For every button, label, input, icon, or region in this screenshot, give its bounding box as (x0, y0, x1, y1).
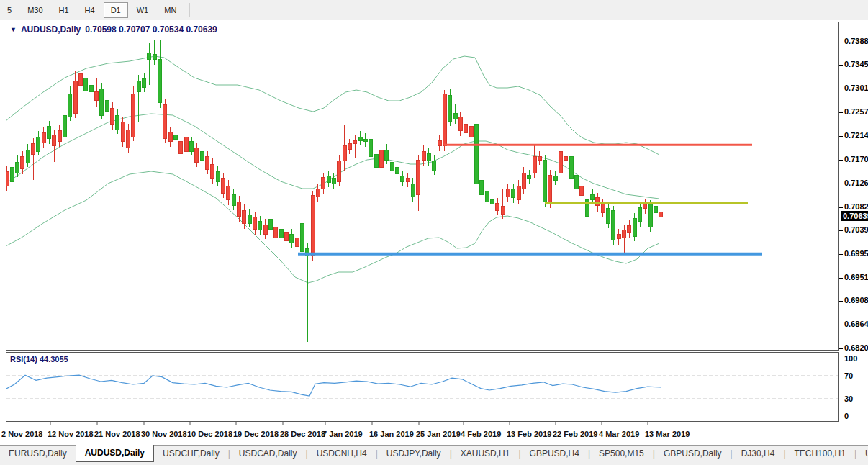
candle (638, 207, 642, 222)
tab-usdcnh-h4[interactable]: USDCNH,H4 (308, 446, 376, 463)
date-label: 12 Nov 2018 (48, 430, 94, 438)
price-tick (839, 325, 843, 325)
timeframe-button-d1[interactable]: D1 (104, 2, 128, 18)
price-tick-label: 0.71260 (844, 179, 868, 187)
candle (121, 122, 125, 142)
timeframe-toolbar: 5M30H1H4D1W1MN (0, 0, 868, 20)
candle (279, 229, 283, 238)
timeframe-button-w1[interactable]: W1 (130, 2, 156, 18)
candle (363, 139, 367, 142)
timeframe-button-mn[interactable]: MN (157, 2, 184, 18)
candle (469, 126, 473, 137)
candle (458, 117, 462, 131)
candle (148, 53, 151, 60)
tab-audusd-daily[interactable]: AUDUSD,Daily (76, 445, 154, 462)
candle (533, 157, 536, 173)
rsi-tick-label: 70 (844, 371, 853, 380)
candle (232, 194, 235, 205)
tab-ukc[interactable]: UKC (856, 446, 868, 463)
candle (300, 223, 304, 252)
candle (68, 94, 72, 117)
tab-dj30-h4[interactable]: DJ30,H4 (733, 446, 784, 463)
price-tick-label: 0.73880 (844, 37, 868, 45)
date-axis[interactable]: 2 Nov 201812 Nov 201821 Nov 201830 Nov 2… (0, 430, 868, 441)
candle (374, 155, 378, 167)
tab-usdchf-daily[interactable]: USDCHF,Daily (154, 446, 228, 463)
price-tick (839, 89, 843, 89)
date-label: 4 Feb 2019 (461, 430, 501, 438)
price-tick-label: 0.69080 (844, 296, 868, 304)
tab-usdjpy-daily[interactable]: USDJPY,Daily (378, 446, 450, 463)
candle (548, 175, 552, 203)
chart-title: ▼ AUDUSD,Daily 0.70598 0.70707 0.70534 0… (10, 24, 217, 35)
candle (263, 225, 267, 234)
tab-tech100-h1[interactable]: TECH100,H1 (786, 446, 854, 463)
candle (84, 78, 88, 91)
candle (53, 135, 56, 145)
rsi-indicator-label: RSI(14) 44.3055 (10, 355, 68, 364)
candle (501, 207, 505, 215)
candle (464, 125, 468, 133)
candle (137, 81, 140, 92)
date-label: 13 Mar 2019 (645, 430, 690, 438)
timeframe-button-5[interactable]: 5 (0, 2, 19, 18)
price-tick-label: 0.72140 (844, 131, 868, 140)
date-label: 25 Jan 2019 (416, 430, 461, 438)
price-tick (839, 42, 843, 42)
candle (480, 180, 484, 194)
candle (95, 91, 99, 101)
candle (395, 167, 399, 174)
candle (295, 238, 299, 246)
candle (311, 196, 315, 256)
candle (648, 203, 652, 227)
candle (443, 94, 446, 146)
timeframe-button-h4[interactable]: H4 (78, 2, 102, 18)
candle (612, 211, 615, 240)
symbol-dropdown-icon: ▼ (10, 26, 17, 33)
candle (474, 124, 478, 184)
tab-gbpusd-h4[interactable]: GBPUSD,H4 (521, 446, 588, 463)
timeframe-button-h1[interactable]: H1 (52, 2, 76, 18)
tab-xauusd-h1[interactable]: XAUUSD,H1 (452, 446, 519, 463)
candle (316, 189, 320, 197)
price-axis[interactable]: 0.70639 0.738800.734500.730100.725700.72… (839, 22, 868, 443)
tab-gbpusd-daily[interactable]: GBPUSD,Daily (655, 446, 731, 463)
candle (163, 104, 167, 138)
tab-sp500-m15[interactable]: SP500,M15 (590, 446, 653, 463)
price-tick (839, 230, 843, 231)
candle (284, 232, 288, 241)
price-tick (839, 348, 843, 349)
candle (26, 150, 30, 163)
candle (73, 81, 77, 114)
date-label: 7 Jan 2019 (322, 430, 363, 438)
candle (406, 179, 410, 182)
tab-eurusd-daily[interactable]: EURUSD,Daily (0, 446, 76, 463)
date-label: 13 Feb 2019 (507, 430, 551, 438)
candle (116, 115, 119, 130)
candle (633, 218, 636, 236)
candle (216, 171, 220, 181)
candle (553, 176, 557, 180)
candle (517, 186, 520, 199)
candle (528, 175, 531, 179)
candle (617, 234, 620, 239)
candle (601, 204, 605, 212)
candle (58, 131, 61, 141)
candle (348, 144, 351, 150)
candle (506, 189, 510, 197)
price-tick (839, 184, 843, 184)
candle (105, 101, 109, 112)
candle (401, 176, 404, 182)
candle (269, 220, 273, 230)
rsi-tick-label: 30 (844, 394, 853, 403)
tab-usdcad-daily[interactable]: USDCAD,Daily (230, 446, 306, 463)
timeframe-button-m30[interactable]: M30 (20, 2, 50, 18)
candle (522, 173, 525, 189)
date-label: 30 Nov 2018 (141, 430, 187, 438)
candle (448, 95, 452, 121)
price-tick-label: 0.70820 (844, 202, 868, 211)
price-tick (839, 112, 843, 113)
chart-symbol-label: AUDUSD,Daily (21, 24, 81, 35)
candle (580, 186, 584, 196)
chart-canvas[interactable] (6, 22, 839, 443)
